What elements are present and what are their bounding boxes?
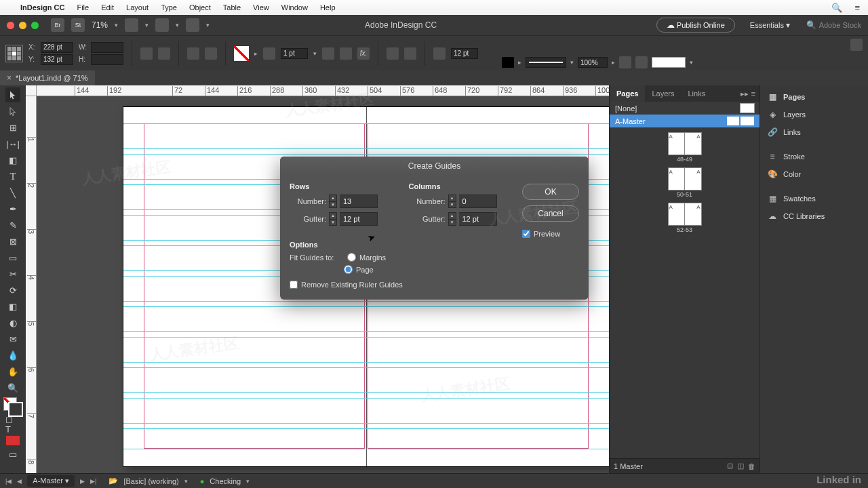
- rows-number-stepper[interactable]: ▲▼: [329, 195, 337, 208]
- cols-number-field[interactable]: [459, 195, 497, 208]
- close-window-icon[interactable]: [7, 22, 14, 29]
- tab-layers[interactable]: Layers: [645, 85, 681, 102]
- preflight-profile[interactable]: [Basic] (working): [123, 477, 178, 485]
- menu-table[interactable]: Table: [223, 3, 241, 12]
- flip-v-icon[interactable]: [205, 47, 217, 60]
- page-navigator[interactable]: A-Master ▾: [27, 475, 75, 487]
- preview-checkbox[interactable]: [522, 230, 530, 238]
- note-tool[interactable]: ✉: [5, 331, 20, 346]
- preflight-status[interactable]: Checking: [210, 477, 241, 485]
- content-collector-tool[interactable]: ◧: [5, 152, 20, 167]
- spread-thumb[interactable]: AA 52-53: [669, 203, 701, 233]
- line-tool[interactable]: ╲: [5, 185, 20, 200]
- chevron-down-icon[interactable]: ▾: [184, 478, 188, 485]
- rotate-icon[interactable]: [158, 47, 170, 60]
- chevron-down-icon[interactable]: ▾: [690, 59, 693, 66]
- menu-layout[interactable]: Layout: [126, 3, 149, 12]
- master-none[interactable]: [None]: [610, 102, 760, 115]
- fit-margins-radio[interactable]: [347, 253, 356, 262]
- remove-guides-checkbox[interactable]: [290, 281, 298, 289]
- rows-gutter-field[interactable]: [340, 212, 378, 226]
- close-tab-icon[interactable]: ×: [7, 73, 12, 83]
- search-icon[interactable]: 🔍: [831, 3, 842, 13]
- ok-button[interactable]: OK: [522, 184, 579, 200]
- bridge-icon[interactable]: Br: [51, 18, 64, 32]
- cancel-button[interactable]: Cancel: [522, 205, 579, 222]
- panel-pages[interactable]: ▦Pages: [760, 88, 868, 106]
- pages-thumbnails[interactable]: AA 48-49 AA 50-51 AA 52-53: [610, 127, 760, 458]
- effects-preview[interactable]: [652, 57, 686, 68]
- page-tool[interactable]: ⊞: [5, 120, 20, 135]
- row-guide[interactable]: [123, 398, 609, 399]
- align-center-icon[interactable]: [404, 47, 416, 60]
- row-guide[interactable]: [123, 367, 609, 368]
- scissors-tool[interactable]: ✂: [5, 266, 20, 281]
- cols-number-stepper[interactable]: ▲▼: [448, 195, 456, 208]
- collapse-panel-icon[interactable]: ▸▸: [741, 89, 749, 98]
- master-a[interactable]: A-Master: [610, 115, 760, 127]
- paragraph-align2-icon[interactable]: [635, 56, 648, 68]
- chevron-down-icon[interactable]: ▾: [246, 478, 250, 485]
- chevron-right-icon[interactable]: ▸: [518, 59, 521, 66]
- row-guide[interactable]: [123, 306, 609, 307]
- rectangle-frame-tool[interactable]: ⊠: [5, 234, 20, 249]
- quick-apply-icon[interactable]: [850, 39, 863, 51]
- paragraph-align-icon[interactable]: [619, 56, 631, 68]
- app-name[interactable]: InDesign CC: [20, 3, 64, 12]
- stock-icon[interactable]: St: [71, 18, 85, 32]
- fill-stroke-swatch[interactable]: [4, 398, 22, 415]
- minimize-window-icon[interactable]: [19, 22, 26, 29]
- free-transform-tool[interactable]: ⟳: [5, 283, 20, 298]
- cols-gutter-stepper[interactable]: ▲▼: [448, 212, 456, 226]
- edit-page-size-icon[interactable]: ⊡: [727, 462, 733, 470]
- menu-type[interactable]: Type: [161, 3, 177, 12]
- first-spread-icon[interactable]: |◀: [5, 478, 12, 485]
- panel-cc-libraries[interactable]: ☁CC Libraries: [760, 207, 868, 225]
- chevron-down-icon[interactable]: ▾: [145, 22, 149, 28]
- gradient-swatch-tool[interactable]: ◧: [5, 299, 20, 314]
- row-guide[interactable]: [123, 331, 609, 332]
- w-field[interactable]: [91, 42, 123, 53]
- create-new-page-icon[interactable]: ◫: [737, 462, 744, 470]
- fill-dropdown-icon[interactable]: ▸: [254, 50, 258, 57]
- stroke-weight-field[interactable]: [281, 48, 308, 59]
- delete-page-icon[interactable]: 🗑: [748, 462, 755, 470]
- workspace-switcher[interactable]: Essentials ▾: [750, 20, 790, 30]
- rows-number-field[interactable]: [340, 195, 378, 208]
- chevron-down-icon[interactable]: ▾: [176, 22, 179, 28]
- pencil-tool[interactable]: ✎: [5, 218, 20, 232]
- fit-page-radio[interactable]: [344, 265, 353, 274]
- tab-links[interactable]: Links: [681, 85, 712, 102]
- eyedropper-tool[interactable]: 💧: [5, 348, 20, 363]
- leading-field[interactable]: [451, 48, 478, 59]
- menu-object[interactable]: Object: [189, 3, 211, 12]
- row-guide[interactable]: [123, 123, 609, 124]
- last-spread-icon[interactable]: ▶|: [90, 478, 96, 485]
- horizontal-ruler[interactable]: 144 192 72 144 216 288 360 432 504 576 6…: [37, 85, 609, 96]
- zoom-level[interactable]: 71%: [92, 20, 108, 30]
- row-guide[interactable]: [123, 449, 609, 449]
- menu-view[interactable]: View: [253, 3, 269, 12]
- arrange-icon[interactable]: [186, 18, 199, 32]
- document-tab[interactable]: × *Layout1.indd @ 71%: [0, 70, 95, 85]
- chevron-down-icon[interactable]: ▾: [206, 22, 210, 28]
- fx-icon[interactable]: fx.: [357, 47, 370, 60]
- panel-layers[interactable]: ◈Layers: [760, 106, 868, 123]
- chevron-down-icon[interactable]: ▾: [313, 50, 317, 57]
- chevron-down-icon[interactable]: ▾: [570, 59, 574, 66]
- row-guide[interactable]: [123, 428, 609, 429]
- menu-edit[interactable]: Edit: [101, 3, 114, 12]
- panel-color[interactable]: 🎨Color: [760, 165, 868, 183]
- stroke-style[interactable]: [526, 57, 566, 68]
- reference-point[interactable]: [5, 45, 23, 62]
- rows-gutter-stepper[interactable]: ▲▼: [329, 212, 337, 226]
- ruler-origin[interactable]: [26, 85, 37, 96]
- text-wrap-icon[interactable]: [433, 47, 446, 60]
- zoom-dropdown-icon[interactable]: ▾: [115, 22, 118, 28]
- gap-tool[interactable]: |↔|: [5, 136, 20, 151]
- view-options-icon[interactable]: [125, 18, 138, 32]
- panel-swatches[interactable]: ▦Swatches: [760, 190, 868, 207]
- menu-window[interactable]: Window: [281, 3, 308, 12]
- x-field[interactable]: [41, 42, 73, 53]
- h-field[interactable]: [91, 54, 123, 65]
